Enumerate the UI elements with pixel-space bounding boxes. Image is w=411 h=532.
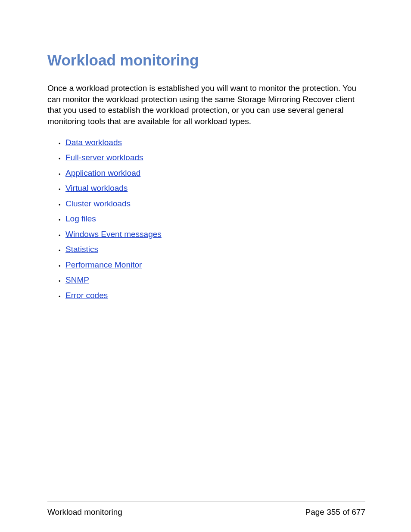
link-statistics[interactable]: Statistics	[65, 245, 98, 254]
link-full-server-workloads[interactable]: Full-server workloads	[65, 153, 143, 162]
link-virtual-workloads[interactable]: Virtual workloads	[65, 184, 128, 193]
list-item: Statistics	[65, 243, 365, 256]
link-data-workloads[interactable]: Data workloads	[65, 138, 122, 147]
page-footer: Workload monitoring Page 355 of 677	[47, 501, 365, 517]
link-list: Data workloads Full-server workloads App…	[47, 137, 365, 302]
list-item: Virtual workloads	[65, 182, 365, 195]
link-error-codes[interactable]: Error codes	[65, 291, 108, 300]
link-application-workload[interactable]: Application workload	[65, 168, 140, 177]
list-item: Windows Event messages	[65, 228, 365, 241]
page-content: Workload monitoring Once a workload prot…	[0, 0, 411, 302]
footer-section-label: Workload monitoring	[47, 507, 122, 517]
link-cluster-workloads[interactable]: Cluster workloads	[65, 199, 131, 208]
footer-page-number: Page 355 of 677	[305, 507, 365, 517]
list-item: Application workload	[65, 167, 365, 180]
list-item: Log files	[65, 213, 365, 225]
intro-paragraph: Once a workload protection is establishe…	[47, 83, 365, 127]
link-performance-monitor[interactable]: Performance Monitor	[65, 260, 142, 269]
list-item: Cluster workloads	[65, 198, 365, 210]
list-item: Data workloads	[65, 137, 365, 149]
link-log-files[interactable]: Log files	[65, 214, 96, 223]
list-item: SNMP	[65, 274, 365, 286]
page-title: Workload monitoring	[47, 52, 365, 69]
link-snmp[interactable]: SNMP	[65, 275, 89, 284]
list-item: Error codes	[65, 289, 365, 302]
list-item: Full-server workloads	[65, 152, 365, 164]
link-windows-event-messages[interactable]: Windows Event messages	[65, 230, 162, 239]
list-item: Performance Monitor	[65, 259, 365, 271]
